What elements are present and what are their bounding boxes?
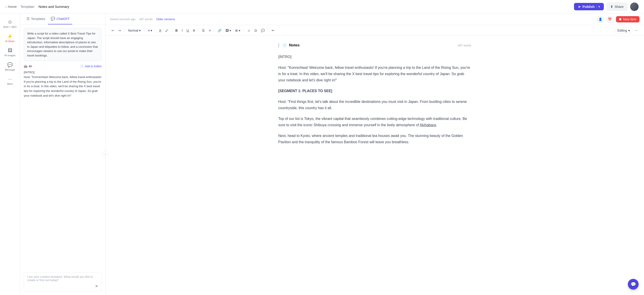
sidebar-message-label: Message (5, 68, 15, 71)
ai-response-text: [INTRO] Host: "Konnichiwa! Welcome back,… (24, 70, 102, 98)
numbered-list-button[interactable]: ≡ (207, 27, 212, 33)
publish-button[interactable]: ➤ Publish ▾ (574, 3, 604, 10)
new-item-dot-icon (619, 18, 621, 20)
add-to-editor-button[interactable]: 📄 Add to Editor (80, 64, 102, 68)
add-editor-icon: 📄 (80, 64, 84, 68)
akihabara-link[interactable]: Akihabara (420, 123, 436, 127)
person-plus-icon: 👤 (598, 17, 602, 21)
template-name: Notes and Summary (38, 5, 69, 8)
strikethrough-button[interactable]: S (192, 27, 196, 33)
publish-chevron-icon: ▾ (596, 5, 600, 8)
tab-chatgpt[interactable]: 💬 ChatGPT (48, 13, 72, 24)
doc-word-count: 487 words (458, 44, 471, 47)
sidebar-ai-images-label: AI Images (4, 54, 16, 57)
panel-collapse-button[interactable]: › (102, 151, 108, 157)
chatgpt-label: ChatGPT (56, 17, 70, 21)
highlight-button[interactable]: 🖊 (164, 27, 170, 33)
sidebar-more-label: More (7, 82, 13, 85)
save-status: Saved seconds ago (110, 17, 136, 21)
editor-topbar-left: Saved seconds ago 487 words Older versio… (110, 17, 175, 21)
sidebar-item-ai-images[interactable]: 🖼 AI Images (1, 46, 19, 59)
table-button[interactable]: ⊞ ▾ (234, 27, 242, 33)
chat-textarea[interactable] (27, 275, 93, 289)
format-select[interactable]: Normal ▾ (126, 28, 142, 33)
align-button[interactable]: ≡ ▾ (146, 27, 154, 33)
toolbar-sep-5 (198, 28, 198, 33)
toolbar-sep-7 (244, 28, 244, 33)
pencil-edit-icon[interactable]: ✏ (270, 27, 276, 33)
ai-label: 🤖 AI (24, 64, 32, 68)
image-button[interactable]: 🖼 ▾ (224, 27, 233, 33)
new-item-button[interactable]: New Item (616, 16, 640, 22)
new-item-label: New Item (623, 17, 636, 21)
editor-area: Saved seconds ago 487 words Older versio… (106, 13, 644, 295)
calendar-icon[interactable]: 📅 (606, 16, 613, 23)
toolbar-sep-3 (156, 28, 156, 33)
emoji-button[interactable]: ☺ (246, 27, 252, 33)
publish-arrow-icon: ➤ (578, 5, 581, 8)
toolbar-sep-2 (144, 28, 144, 33)
share-upload-icon: ⬆ (610, 5, 613, 9)
collaborators-icon[interactable]: 👤 (597, 16, 604, 23)
editor-body: [INTRO] Host: "Konnichiwa! Welcome back,… (278, 54, 471, 145)
ai-writer-icon: ⚡ (7, 34, 13, 39)
editing-chevron-icon: ▾ (628, 29, 630, 32)
prompt-text: Write a script for a video called X Best… (27, 32, 98, 57)
redo-button[interactable]: ↪ (117, 27, 122, 33)
format-label: Normal (128, 29, 138, 32)
italic-button[interactable]: I (180, 27, 184, 33)
segment1-tokyo: Top of our list is Tokyo, the vibrant ca… (278, 116, 471, 128)
sidebar-item-brief-seo[interactable]: ⊙ Brief + SEO (1, 17, 19, 30)
intro-paragraph: Host: "Konnichiwa! Welcome back, fellow … (278, 64, 471, 83)
segment1-paragraph: Host: "First things first, let's talk ab… (278, 99, 471, 111)
more-options-button[interactable]: ⋯ (633, 27, 640, 33)
panel-tabs: ☰ Templates 💬 ChatGPT (20, 13, 105, 24)
ai-response-area: 🤖 AI 📄 Add to Editor [INTRO] Host: "Konn… (24, 64, 102, 269)
bullet-list-button[interactable]: ☰ (200, 27, 206, 33)
undo-button[interactable]: ↩ (110, 27, 116, 33)
segment1-tag: [SEGMENT 1: PLACES TO SEE] (278, 88, 471, 94)
top-nav: ‹ Home Template: Notes and Summary ➤ Pub… (0, 0, 644, 13)
message-icon: 💬 (7, 62, 13, 67)
bold-button[interactable]: B (174, 27, 179, 33)
chat-support-bubble[interactable]: 💬 (628, 279, 638, 290)
sidebar-item-more[interactable]: ··· More (1, 74, 19, 87)
nav-left: ‹ Home Template: Notes and Summary (6, 5, 69, 8)
sidebar-item-message[interactable]: 💬 Message (1, 60, 19, 73)
sidebar-item-ai-writer[interactable]: ⚡ AI Writer (1, 31, 19, 45)
send-button[interactable]: ➤ (95, 284, 98, 289)
publish-label: Publish (582, 5, 595, 8)
chat-bubble-icon: 💬 (630, 282, 636, 287)
left-sidebar: ⊙ Brief + SEO ⚡ AI Writer 🖼 AI Images 💬 … (0, 13, 20, 295)
tab-templates[interactable]: ☰ Templates (24, 13, 48, 24)
word-count-topbar: 487 words (139, 17, 152, 21)
comment-button[interactable]: 💬 (260, 27, 266, 33)
ai-label-text: AI (29, 64, 32, 68)
font-color-button[interactable]: A (158, 27, 163, 33)
chat-input-area: ➤ (24, 272, 102, 292)
calendar-glyph-icon: 📅 (608, 17, 612, 21)
editing-mode-button[interactable]: Editing ▾ (615, 27, 632, 33)
share-button[interactable]: ⬆ Share (606, 3, 628, 11)
older-versions-link[interactable]: Older versions (156, 17, 175, 21)
ai-robot-icon: 🤖 (24, 64, 28, 68)
add-editor-label: Add to Editor (85, 64, 102, 68)
special-char-button[interactable]: Ω (253, 27, 258, 33)
toolbar-sep-6 (214, 28, 214, 33)
doc-header: 📄 Notes 487 words (278, 43, 471, 47)
editor-document: 📄 Notes 487 words [INTRO] Host: "Konnich… (278, 43, 471, 145)
home-link[interactable]: ‹ Home (6, 5, 17, 8)
intro-tag: [INTRO] (278, 54, 471, 60)
templates-label: Templates (31, 17, 45, 21)
link-button[interactable]: 🔗 (216, 27, 223, 33)
brief-seo-icon: ⊙ (8, 19, 12, 25)
editor-toolbar: ↩ ↪ Normal ▾ ≡ ▾ A 🖊 B I U S ☰ ≡ 🔗 🖼 ▾ ⊞… (106, 25, 644, 36)
format-chevron-icon: ▾ (139, 29, 141, 32)
avatar[interactable] (630, 2, 638, 11)
more-icon: ··· (8, 76, 12, 82)
segment1-tokyo-text: Top of our list is Tokyo, the vibrant ca… (278, 117, 467, 127)
underline-button[interactable]: U (185, 27, 190, 33)
editing-label: Editing (617, 29, 627, 32)
template-prefix: Template: (20, 5, 35, 8)
ai-response-header: 🤖 AI 📄 Add to Editor (24, 64, 102, 68)
